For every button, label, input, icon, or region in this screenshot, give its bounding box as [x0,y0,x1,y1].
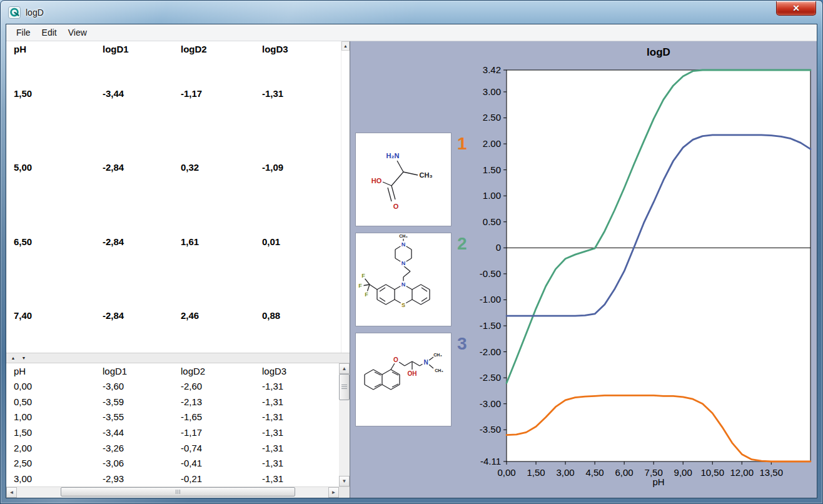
y-tick-label: -0.50 [480,268,501,279]
table-row[interactable]: 2,50-3,06-0,41-1,31 [6,456,339,471]
atom-label: O [393,356,398,363]
column-header: logD2 [178,41,260,56]
bond-line [391,186,395,199]
chart-title: logD [507,46,810,60]
cell: -0,21 [178,471,260,486]
cell: -3,59 [100,394,178,410]
table-row[interactable]: 5,00-2,840,32-1,09 [6,131,341,205]
cell: -2,84 [100,204,178,279]
table-row[interactable]: 0,50-3,59-2,13-1,31 [6,394,339,410]
scroll-track[interactable] [339,400,350,476]
cell: 7,40 [6,279,100,353]
cell: -2,93 [100,471,178,486]
scroll-left-button[interactable]: ◄ [6,487,17,498]
titlebar[interactable]: logD ✕ [1,1,822,24]
bond-line [412,285,421,290]
bond-line [422,288,427,291]
menu-edit[interactable]: Edit [37,26,62,39]
scrollbar-corner [339,487,350,498]
structure-row: H₂NCH₃HOO 1 [355,133,467,226]
molecule-1-image: H₂NCH₃HOO [356,133,451,226]
window-body: File Edit View pHlogD1logD2logD3 1,50-3,… [6,24,817,498]
down-arrow-icon: ▼ [342,478,347,484]
bond-line [377,300,386,305]
chart-svg: 3.423.002.502.001.501.000.500-0.50-1.00-… [470,60,817,480]
cell: -2,84 [100,279,178,353]
scroll-right-button[interactable]: ► [328,487,339,498]
bond-line [428,357,433,361]
cell: 0,00 [6,378,100,394]
bond-line [422,298,427,301]
horizontal-scrollbar: ◄ ► [6,486,350,498]
bond-line [421,300,430,305]
cell: -1,31 [260,456,339,471]
table-row[interactable]: 1,50-3,44-1,17-1,31 [6,425,339,440]
column-header: logD2 [178,363,260,378]
y-tick-label: -3.00 [480,398,501,409]
atom-label: F [358,283,362,289]
left-arrow-icon: ◄ [9,490,14,495]
structure-list: H₂NCH₃HOO 1 CH₃NNNSFFF 2 OOH [355,133,467,426]
cell: -1,17 [178,425,260,440]
scroll-up-button[interactable]: ▲ [339,363,350,374]
splitter-up-button[interactable]: ▲ [9,355,18,361]
menu-view[interactable]: View [63,26,92,39]
structure-thumbnail-2[interactable]: CH₃NNNSFFF [355,233,452,326]
x-tick-label: 12,00 [730,467,754,478]
chart-container: logD 3.423.002.502.001.501.000.500-0.50-… [470,46,817,487]
y-tick-label: -4.11 [480,456,501,466]
bond-line [382,385,391,390]
atom-label: F [361,273,365,279]
cell: -0,74 [178,440,260,456]
table-row[interactable]: 7,40-2,842,460,88 [6,279,341,353]
column-header: logD1 [100,41,178,56]
atom-label: N [401,260,406,266]
close-button[interactable]: ✕ [776,1,816,16]
cell: 3,00 [6,471,100,486]
y-tick-label: 0 [496,242,501,253]
table-row[interactable]: 1,00-3,55-1,65-1,31 [6,409,339,425]
bond-line [391,363,395,370]
cell: -1,31 [260,471,339,486]
column-header: logD1 [100,363,178,378]
structure-thumbnail-3[interactable]: OOHNCH₃CH₃ [355,333,452,426]
results-panel: pHlogD1logD2logD3 1,50-3,44-1,17-1,315,0… [6,41,350,498]
bond-line [429,365,433,368]
table-row[interactable]: 3,00-2,93-0,21-1,31 [6,471,339,486]
cell: -1,31 [260,56,341,131]
scroll-down-button[interactable]: ▼ [339,476,350,486]
atom-label: HO [371,177,382,184]
x-tick-label: 4,50 [585,467,603,478]
table-splitter[interactable]: ▲ ▼ [6,353,350,363]
splitter-down-button[interactable]: ▼ [19,355,28,361]
scroll-track-horizontal[interactable] [17,487,328,498]
cell: -2,13 [178,394,260,410]
top-table: pHlogD1logD2logD3 1,50-3,44-1,17-1,315,0… [6,41,341,353]
table-row[interactable]: 2,00-3,26-0,74-1,31 [6,440,339,456]
column-header: pH [6,363,100,378]
scroll-up-button[interactable]: ▲ [341,41,350,51]
top-table-header-row: pHlogD1logD2logD3 [6,41,341,56]
bond-line [391,172,403,186]
cell: 6,50 [6,204,100,279]
bond-line [386,300,395,305]
structure-thumbnail-1[interactable]: H₂NCH₃HOO [355,133,452,226]
bottom-table: pHlogD1logD2logD3 0,00-3,60-2,60-1,310,5… [6,363,339,486]
bond-line [403,172,418,175]
table-row[interactable]: 6,50-2,841,610,01 [6,204,341,279]
y-tick-label: 2.50 [483,112,501,123]
table-row[interactable]: 0,00-3,60-2,60-1,31 [6,378,339,394]
atom-label: N [401,241,406,248]
cell: -0,41 [178,456,260,471]
bond-line [380,298,385,301]
structure-number-2: 2 [457,235,467,253]
menu-file[interactable]: File [11,26,36,39]
bond-line [388,188,391,201]
scroll-thumb[interactable] [339,374,350,400]
bond-line [382,370,391,375]
top-table-scrollbar: ▲ [341,41,350,353]
scroll-thumb-horizontal[interactable] [61,487,295,496]
bond-line [386,285,395,290]
cell: 1,50 [6,425,100,440]
table-row[interactable]: 1,50-3,44-1,17-1,31 [6,56,341,131]
